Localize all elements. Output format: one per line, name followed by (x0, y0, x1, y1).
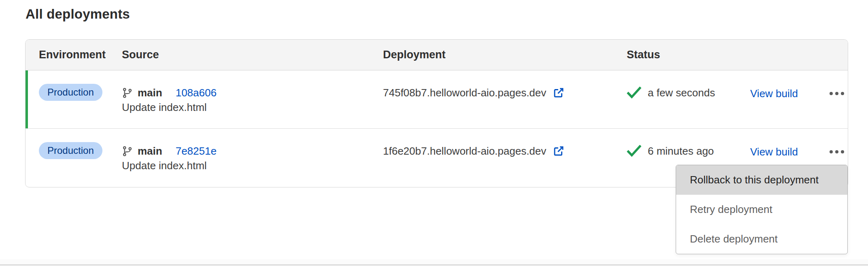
deployment-actions-menu: Rollback to this deployment Retry deploy… (676, 165, 848, 254)
branch-name: main (138, 145, 162, 157)
view-build-link[interactable]: View build (750, 146, 798, 158)
page-bottom-band (0, 259, 868, 264)
more-actions-button[interactable] (823, 144, 851, 160)
check-icon (627, 87, 641, 99)
deployments-page: All deployments Environment Source Deplo… (0, 0, 868, 268)
view-build-link[interactable]: View build (750, 87, 798, 100)
environment-badge: Production (39, 84, 102, 101)
current-deployment-indicator (26, 70, 28, 128)
deployment-url: 1f6e20b7.helloworld-aio.pages.dev (383, 145, 546, 157)
menu-item-delete[interactable]: Delete deployment (676, 224, 847, 254)
menu-item-rollback[interactable]: Rollback to this deployment (676, 165, 847, 195)
commit-message: Update index.html (122, 160, 207, 172)
check-icon (627, 145, 641, 157)
commit-message: Update index.html (122, 101, 207, 114)
status-cell: 6 minutes ago (627, 145, 714, 157)
git-branch-icon (122, 145, 133, 157)
commit-link[interactable]: 108a606 (176, 87, 217, 99)
table-header-row: Environment Source Deployment Status (26, 40, 848, 70)
status-time: a few seconds (648, 87, 715, 99)
more-actions-button[interactable] (823, 86, 851, 101)
column-header-environment: Environment (39, 40, 106, 70)
page-bottom-divider (0, 264, 868, 266)
status-time: 6 minutes ago (648, 145, 714, 157)
source-cell: main 7e8251e (122, 145, 217, 157)
deployment-url: 745f08b7.helloworld-aio.pages.dev (383, 87, 546, 99)
deployment-cell: 1f6e20b7.helloworld-aio.pages.dev (383, 145, 565, 157)
ellipsis-icon (830, 150, 833, 153)
column-header-deployment: Deployment (383, 40, 446, 70)
source-cell: main 108a606 (122, 86, 217, 99)
status-cell: a few seconds (627, 86, 715, 99)
external-link-icon[interactable] (553, 145, 565, 157)
deployment-row: Production main 108a606 Update index.htm… (26, 70, 848, 129)
menu-item-retry[interactable]: Retry deployment (676, 195, 847, 224)
branch-name: main (138, 87, 162, 99)
git-branch-icon (122, 87, 133, 99)
deployment-cell: 745f08b7.helloworld-aio.pages.dev (383, 86, 565, 99)
column-header-status: Status (627, 40, 660, 70)
column-header-source: Source (122, 40, 159, 70)
commit-link[interactable]: 7e8251e (176, 145, 217, 157)
ellipsis-icon (830, 92, 833, 95)
page-title: All deployments (26, 6, 130, 22)
external-link-icon[interactable] (553, 87, 565, 99)
environment-badge: Production (39, 142, 102, 159)
